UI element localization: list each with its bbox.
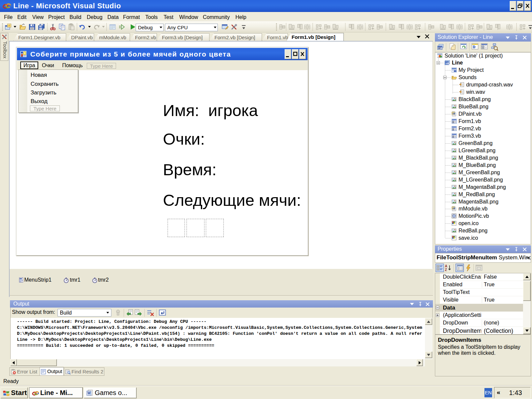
svg-text:W: W [87, 391, 91, 395]
svg-text:VB: VB [445, 62, 449, 65]
svg-text:A: A [445, 264, 447, 268]
svg-text:Z: Z [445, 268, 447, 272]
svg-text:VB: VB [452, 112, 455, 115]
svg-text:VB: VB [452, 207, 455, 209]
